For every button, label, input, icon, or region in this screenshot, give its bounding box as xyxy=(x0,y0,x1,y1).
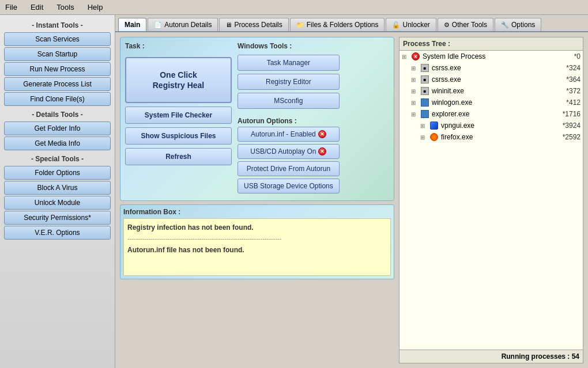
autorun-label: Autorun Options : xyxy=(238,117,340,125)
special-tools-label: - Special Tools - xyxy=(31,151,84,165)
unlocker-icon: 🔓 xyxy=(392,21,400,29)
process-tree-header: Process Tree : xyxy=(399,37,583,51)
tab-files-folders-label: Files & Folders Options xyxy=(307,21,379,29)
process-name: csrss.exe xyxy=(432,64,564,72)
other-tools-icon: ⚙ xyxy=(444,21,450,29)
csrss364-icon: ■ xyxy=(420,75,429,84)
process-footer: Running processes : 54 xyxy=(399,350,583,363)
firefox-icon xyxy=(429,132,439,142)
tab-unlocker-label: Unlocker xyxy=(402,21,429,29)
winlogon-icon xyxy=(420,98,429,107)
usb-cd-red-icon: ✕ xyxy=(318,147,326,155)
tab-process-details-label: Process Details xyxy=(234,21,282,29)
vpngui-icon xyxy=(429,121,439,130)
menu-tools[interactable]: Tools xyxy=(54,2,76,13)
menu-file[interactable]: File xyxy=(3,2,20,13)
sidebar-item-block-a-virus[interactable]: Block A Virus xyxy=(4,181,111,195)
expand-icon: ⊞ xyxy=(420,123,427,129)
task-manager-button[interactable]: Task Manager xyxy=(238,55,340,71)
process-item[interactable]: ⊞ vpngui.exe *3924 xyxy=(399,120,583,131)
expand-icon: ⊞ xyxy=(411,100,418,106)
tab-options-label: Options xyxy=(511,21,535,29)
protect-drive-button[interactable]: Protect Drive From Autorun xyxy=(238,161,340,176)
tab-process-details[interactable]: 🖥 Process Details xyxy=(219,18,288,31)
process-pid: *3924 xyxy=(563,122,581,130)
process-name: System Idle Process xyxy=(423,52,572,60)
process-name: vpngui.exe xyxy=(441,122,560,130)
sidebar-item-find-clone-files[interactable]: Find Clone File(s) xyxy=(4,92,111,106)
msconfig-button[interactable]: MSconfig xyxy=(238,93,340,109)
registry-editor-button[interactable]: Registry Editor xyxy=(238,74,340,90)
process-item[interactable]: ⊞ ■ csrss.exe *324 xyxy=(399,62,583,74)
process-name: winlogon.exe xyxy=(432,98,564,107)
process-item[interactable]: ⊞ ■ wininit.exe *372 xyxy=(399,85,583,97)
process-pid: *324 xyxy=(566,64,581,72)
info-box-label: Information Box : xyxy=(123,208,391,216)
sidebar-item-scan-services[interactable]: Scan Services xyxy=(4,32,111,46)
usb-storage-label: USB Storage Device Options xyxy=(244,182,333,190)
tab-other-tools-label: Other Tools xyxy=(452,21,487,29)
sidebar: - Instant Tools - Scan Services Scan Sta… xyxy=(0,15,115,368)
tab-other-tools[interactable]: ⚙ Other Tools xyxy=(438,18,493,31)
sidebar-item-ver-options[interactable]: V.E.R. Options xyxy=(4,226,111,240)
content-area: Main 📄 Autorun Details 🖥 Process Details… xyxy=(115,15,588,368)
one-click-registry-heal-button[interactable]: One ClickRegistry Heal xyxy=(125,57,232,103)
sidebar-item-security-permissions[interactable]: Security Permissions* xyxy=(4,211,111,225)
process-item[interactable]: ⊞ winlogon.exe *412 xyxy=(399,97,583,108)
windows-tools: Windows Tools : Task Manager Registry Ed… xyxy=(238,42,340,109)
process-item[interactable]: ⊞ ■ csrss.exe *364 xyxy=(399,74,583,85)
info-box-line1: Registry infection has not been found. xyxy=(127,222,387,233)
expand-icon: ⊞ xyxy=(411,111,418,117)
autorun-inf-red-icon: ✕ xyxy=(318,130,326,138)
sidebar-item-unlock-module[interactable]: Unlock Module xyxy=(4,196,111,210)
sidebar-item-scan-startup[interactable]: Scan Startup xyxy=(4,47,111,61)
sidebar-item-run-new-process[interactable]: Run New Process xyxy=(4,62,111,76)
sidebar-item-get-media-info[interactable]: Get Media Info xyxy=(4,136,111,150)
info-box-separator: ----------------------------------------… xyxy=(127,234,387,244)
process-pid: *0 xyxy=(574,52,581,60)
sidebar-item-generate-process-list[interactable]: Generate Process List xyxy=(4,77,111,91)
usb-cd-autoplay-button[interactable]: USB/CD Autoplay On ✕ xyxy=(238,144,340,159)
expand-icon: ⊞ xyxy=(411,77,418,83)
process-pid: *364 xyxy=(566,75,581,84)
process-pid: *372 xyxy=(566,87,581,95)
tab-files-folders[interactable]: 📁 Files & Folders Options xyxy=(290,18,385,31)
menubar: File Edit Tools Help xyxy=(0,0,588,15)
process-pid: *412 xyxy=(566,98,581,107)
usb-storage-options-button[interactable]: USB Storage Device Options xyxy=(238,179,340,194)
system-file-checker-button[interactable]: System File Checker xyxy=(125,107,232,124)
menu-help[interactable]: Help xyxy=(85,2,105,13)
autorun-inf-label: Autorun.inf - Enabled xyxy=(251,130,316,138)
process-pid: *1716 xyxy=(563,110,581,118)
process-pid: *2592 xyxy=(563,133,581,141)
refresh-button[interactable]: Refresh xyxy=(125,148,232,165)
tab-options[interactable]: 🔧 Options xyxy=(495,18,541,31)
usb-cd-autoplay-label: USB/CD Autoplay On xyxy=(250,147,316,155)
process-name: firefox.exe xyxy=(441,133,560,141)
tab-autorun-details[interactable]: 📄 Autorun Details xyxy=(148,18,218,31)
process-name: csrss.exe xyxy=(432,75,564,84)
process-item[interactable]: ⊞ explorer.exe *1716 xyxy=(399,108,583,120)
sidebar-item-get-folder-info[interactable]: Get Folder Info xyxy=(4,122,111,135)
wininit-icon: ■ xyxy=(420,86,429,96)
autorun-inf-enabled-button[interactable]: Autorun.inf - Enabled ✕ xyxy=(238,127,340,142)
show-suspicious-files-button[interactable]: Show Suspicious Files xyxy=(125,127,232,145)
files-folders-icon: 📁 xyxy=(296,21,304,29)
autorun-options: Autorun Options : Autorun.inf - Enabled … xyxy=(238,117,340,196)
protect-drive-label: Protect Drive From Autorun xyxy=(247,165,330,173)
instant-tools-label: - Instant Tools - xyxy=(32,18,82,31)
task-area: Task : One ClickRegistry Heal System Fil… xyxy=(120,37,394,201)
expand-icon: ⊞ xyxy=(411,65,418,71)
process-item[interactable]: ⊞ System Idle Process *0 xyxy=(399,51,583,62)
tab-unlocker[interactable]: 🔓 Unlocker xyxy=(386,18,436,31)
process-list: ⊞ System Idle Process *0 ⊞ ■ csrss.exe *… xyxy=(399,51,583,350)
windows-tools-label: Windows Tools : xyxy=(238,42,340,50)
sidebar-item-folder-options[interactable]: Folder Options xyxy=(4,166,111,180)
details-tools-label: - Details Tools - xyxy=(32,107,82,120)
process-item[interactable]: ⊞ firefox.exe *2592 xyxy=(399,131,583,143)
system-idle-icon xyxy=(411,52,420,61)
expand-icon: ⊞ xyxy=(420,134,427,141)
process-name: wininit.exe xyxy=(432,87,564,95)
tab-main[interactable]: Main xyxy=(118,18,146,31)
menu-edit[interactable]: Edit xyxy=(28,2,46,13)
